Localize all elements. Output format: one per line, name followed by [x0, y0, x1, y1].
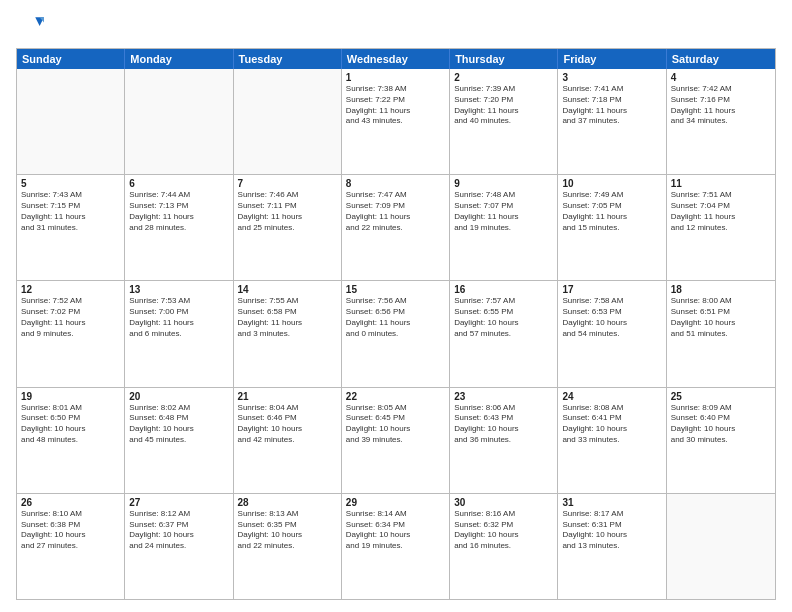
empty-cell [17, 69, 125, 174]
logo-icon [16, 12, 44, 40]
calendar: SundayMondayTuesdayWednesdayThursdayFrid… [16, 48, 776, 600]
day-number: 20 [129, 391, 228, 402]
calendar-week-2: 5Sunrise: 7:43 AM Sunset: 7:15 PM Daylig… [17, 174, 775, 280]
day-number: 19 [21, 391, 120, 402]
day-number: 28 [238, 497, 337, 508]
header-day-wednesday: Wednesday [342, 49, 450, 69]
day-cell-24: 24Sunrise: 8:08 AM Sunset: 6:41 PM Dayli… [558, 388, 666, 493]
day-info: Sunrise: 8:00 AM Sunset: 6:51 PM Dayligh… [671, 296, 771, 339]
day-info: Sunrise: 7:38 AM Sunset: 7:22 PM Dayligh… [346, 84, 445, 127]
day-info: Sunrise: 7:47 AM Sunset: 7:09 PM Dayligh… [346, 190, 445, 233]
day-cell-1: 1Sunrise: 7:38 AM Sunset: 7:22 PM Daylig… [342, 69, 450, 174]
day-info: Sunrise: 8:12 AM Sunset: 6:37 PM Dayligh… [129, 509, 228, 552]
day-info: Sunrise: 7:41 AM Sunset: 7:18 PM Dayligh… [562, 84, 661, 127]
day-info: Sunrise: 8:17 AM Sunset: 6:31 PM Dayligh… [562, 509, 661, 552]
day-cell-13: 13Sunrise: 7:53 AM Sunset: 7:00 PM Dayli… [125, 281, 233, 386]
empty-cell [125, 69, 233, 174]
day-info: Sunrise: 8:14 AM Sunset: 6:34 PM Dayligh… [346, 509, 445, 552]
day-number: 29 [346, 497, 445, 508]
day-cell-26: 26Sunrise: 8:10 AM Sunset: 6:38 PM Dayli… [17, 494, 125, 599]
day-cell-16: 16Sunrise: 7:57 AM Sunset: 6:55 PM Dayli… [450, 281, 558, 386]
day-info: Sunrise: 7:42 AM Sunset: 7:16 PM Dayligh… [671, 84, 771, 127]
day-cell-31: 31Sunrise: 8:17 AM Sunset: 6:31 PM Dayli… [558, 494, 666, 599]
day-number: 25 [671, 391, 771, 402]
day-info: Sunrise: 8:02 AM Sunset: 6:48 PM Dayligh… [129, 403, 228, 446]
day-info: Sunrise: 7:57 AM Sunset: 6:55 PM Dayligh… [454, 296, 553, 339]
header [16, 12, 776, 40]
day-number: 31 [562, 497, 661, 508]
day-cell-25: 25Sunrise: 8:09 AM Sunset: 6:40 PM Dayli… [667, 388, 775, 493]
day-number: 1 [346, 72, 445, 83]
day-cell-5: 5Sunrise: 7:43 AM Sunset: 7:15 PM Daylig… [17, 175, 125, 280]
day-info: Sunrise: 7:48 AM Sunset: 7:07 PM Dayligh… [454, 190, 553, 233]
empty-cell [667, 494, 775, 599]
day-info: Sunrise: 8:16 AM Sunset: 6:32 PM Dayligh… [454, 509, 553, 552]
day-cell-30: 30Sunrise: 8:16 AM Sunset: 6:32 PM Dayli… [450, 494, 558, 599]
page: SundayMondayTuesdayWednesdayThursdayFrid… [0, 0, 792, 612]
day-cell-2: 2Sunrise: 7:39 AM Sunset: 7:20 PM Daylig… [450, 69, 558, 174]
day-number: 23 [454, 391, 553, 402]
day-number: 11 [671, 178, 771, 189]
day-info: Sunrise: 8:13 AM Sunset: 6:35 PM Dayligh… [238, 509, 337, 552]
day-info: Sunrise: 7:43 AM Sunset: 7:15 PM Dayligh… [21, 190, 120, 233]
day-number: 3 [562, 72, 661, 83]
calendar-body: 1Sunrise: 7:38 AM Sunset: 7:22 PM Daylig… [17, 69, 775, 599]
day-info: Sunrise: 7:56 AM Sunset: 6:56 PM Dayligh… [346, 296, 445, 339]
day-number: 5 [21, 178, 120, 189]
day-info: Sunrise: 8:09 AM Sunset: 6:40 PM Dayligh… [671, 403, 771, 446]
day-info: Sunrise: 8:06 AM Sunset: 6:43 PM Dayligh… [454, 403, 553, 446]
day-number: 27 [129, 497, 228, 508]
day-number: 16 [454, 284, 553, 295]
calendar-week-3: 12Sunrise: 7:52 AM Sunset: 7:02 PM Dayli… [17, 280, 775, 386]
day-info: Sunrise: 7:46 AM Sunset: 7:11 PM Dayligh… [238, 190, 337, 233]
day-number: 14 [238, 284, 337, 295]
day-cell-10: 10Sunrise: 7:49 AM Sunset: 7:05 PM Dayli… [558, 175, 666, 280]
logo [16, 12, 48, 40]
calendar-header: SundayMondayTuesdayWednesdayThursdayFrid… [17, 49, 775, 69]
calendar-week-5: 26Sunrise: 8:10 AM Sunset: 6:38 PM Dayli… [17, 493, 775, 599]
day-number: 7 [238, 178, 337, 189]
day-cell-23: 23Sunrise: 8:06 AM Sunset: 6:43 PM Dayli… [450, 388, 558, 493]
header-day-tuesday: Tuesday [234, 49, 342, 69]
day-info: Sunrise: 7:58 AM Sunset: 6:53 PM Dayligh… [562, 296, 661, 339]
day-cell-28: 28Sunrise: 8:13 AM Sunset: 6:35 PM Dayli… [234, 494, 342, 599]
calendar-week-1: 1Sunrise: 7:38 AM Sunset: 7:22 PM Daylig… [17, 69, 775, 174]
day-number: 8 [346, 178, 445, 189]
day-number: 17 [562, 284, 661, 295]
day-number: 4 [671, 72, 771, 83]
day-info: Sunrise: 8:05 AM Sunset: 6:45 PM Dayligh… [346, 403, 445, 446]
day-info: Sunrise: 7:39 AM Sunset: 7:20 PM Dayligh… [454, 84, 553, 127]
day-cell-27: 27Sunrise: 8:12 AM Sunset: 6:37 PM Dayli… [125, 494, 233, 599]
day-info: Sunrise: 7:53 AM Sunset: 7:00 PM Dayligh… [129, 296, 228, 339]
day-number: 10 [562, 178, 661, 189]
day-number: 21 [238, 391, 337, 402]
day-cell-17: 17Sunrise: 7:58 AM Sunset: 6:53 PM Dayli… [558, 281, 666, 386]
day-info: Sunrise: 7:55 AM Sunset: 6:58 PM Dayligh… [238, 296, 337, 339]
calendar-week-4: 19Sunrise: 8:01 AM Sunset: 6:50 PM Dayli… [17, 387, 775, 493]
day-number: 18 [671, 284, 771, 295]
day-cell-7: 7Sunrise: 7:46 AM Sunset: 7:11 PM Daylig… [234, 175, 342, 280]
day-cell-22: 22Sunrise: 8:05 AM Sunset: 6:45 PM Dayli… [342, 388, 450, 493]
header-day-friday: Friday [558, 49, 666, 69]
day-number: 24 [562, 391, 661, 402]
day-number: 22 [346, 391, 445, 402]
day-cell-29: 29Sunrise: 8:14 AM Sunset: 6:34 PM Dayli… [342, 494, 450, 599]
day-number: 26 [21, 497, 120, 508]
day-cell-3: 3Sunrise: 7:41 AM Sunset: 7:18 PM Daylig… [558, 69, 666, 174]
day-cell-12: 12Sunrise: 7:52 AM Sunset: 7:02 PM Dayli… [17, 281, 125, 386]
day-number: 12 [21, 284, 120, 295]
header-day-saturday: Saturday [667, 49, 775, 69]
day-cell-20: 20Sunrise: 8:02 AM Sunset: 6:48 PM Dayli… [125, 388, 233, 493]
day-cell-11: 11Sunrise: 7:51 AM Sunset: 7:04 PM Dayli… [667, 175, 775, 280]
day-cell-8: 8Sunrise: 7:47 AM Sunset: 7:09 PM Daylig… [342, 175, 450, 280]
day-cell-18: 18Sunrise: 8:00 AM Sunset: 6:51 PM Dayli… [667, 281, 775, 386]
day-info: Sunrise: 8:01 AM Sunset: 6:50 PM Dayligh… [21, 403, 120, 446]
day-cell-9: 9Sunrise: 7:48 AM Sunset: 7:07 PM Daylig… [450, 175, 558, 280]
day-info: Sunrise: 7:44 AM Sunset: 7:13 PM Dayligh… [129, 190, 228, 233]
day-cell-19: 19Sunrise: 8:01 AM Sunset: 6:50 PM Dayli… [17, 388, 125, 493]
day-number: 13 [129, 284, 228, 295]
day-info: Sunrise: 8:04 AM Sunset: 6:46 PM Dayligh… [238, 403, 337, 446]
day-number: 30 [454, 497, 553, 508]
day-number: 6 [129, 178, 228, 189]
day-cell-6: 6Sunrise: 7:44 AM Sunset: 7:13 PM Daylig… [125, 175, 233, 280]
